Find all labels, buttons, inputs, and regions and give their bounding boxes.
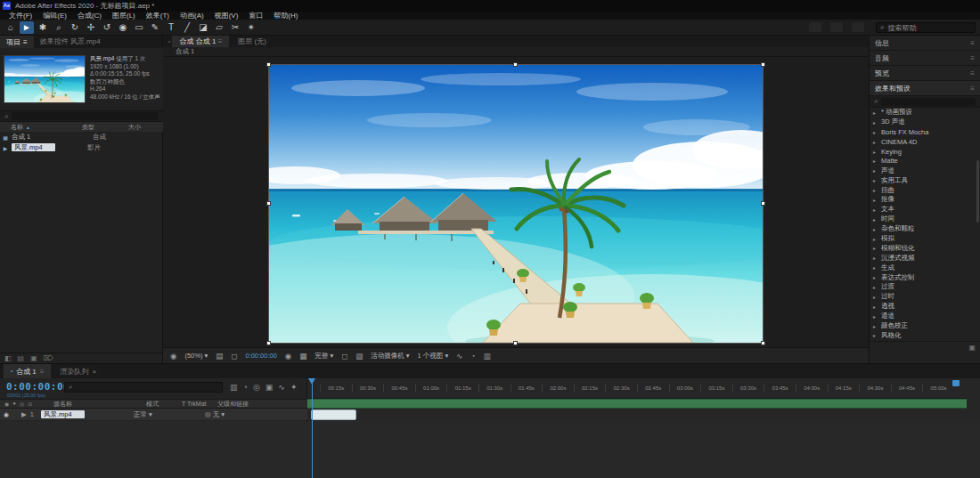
fast-preview-icon[interactable]: ◔: [470, 352, 475, 361]
expand-arrow-icon[interactable]: ▸: [873, 207, 878, 213]
effects-scrollbar[interactable]: [976, 160, 979, 223]
motion-blur-icon[interactable]: ∿: [278, 383, 285, 392]
orbit-camera-tool-icon[interactable]: ↻: [68, 21, 82, 34]
brush-tool-icon[interactable]: ╱: [180, 21, 194, 34]
toolbar-extra-icons[interactable]: [809, 22, 864, 32]
always-preview-icon[interactable]: ◉: [170, 352, 176, 361]
workspace-search[interactable]: ⌕ 搜索帮助: [876, 22, 976, 33]
selected-footage-name[interactable]: 风景.mp4: [12, 143, 55, 151]
menu-item[interactable]: 合成(C): [72, 12, 107, 20]
panel-menu-icon[interactable]: ≡: [970, 54, 975, 62]
selection-handle[interactable]: [761, 201, 765, 206]
mask-shape-tool-icon[interactable]: ▭: [132, 21, 146, 34]
effect-category[interactable]: ▸ 模糊和锐化: [870, 243, 980, 253]
playhead-line[interactable]: [312, 378, 313, 478]
panel-menu-icon[interactable]: ≡: [218, 37, 223, 45]
column-size[interactable]: 大小: [128, 123, 155, 132]
current-timecode[interactable]: 0:00:00:00: [6, 381, 69, 393]
expand-arrow-icon[interactable]: ▸: [873, 332, 878, 338]
panel-menu-icon[interactable]: ≡: [40, 368, 45, 376]
expand-arrow-icon[interactable]: ▸: [873, 167, 878, 174]
new-folder-icon[interactable]: ▤: [18, 354, 25, 362]
zoom-tool-icon[interactable]: ⌕: [52, 21, 66, 34]
panel-effects-presets[interactable]: 效果和预设≡: [870, 81, 980, 96]
effect-category[interactable]: ▸ 文本: [870, 205, 980, 215]
selection-handle[interactable]: [761, 62, 765, 67]
transparency-grid-icon[interactable]: ▨: [355, 352, 363, 361]
time-navigator-end-handle[interactable]: [952, 380, 960, 386]
panel-audio[interactable]: 音频≡: [870, 51, 980, 66]
graph-editor-icon[interactable]: ✦: [290, 383, 298, 392]
effect-category[interactable]: ▸ Matte: [870, 156, 980, 166]
shy-layers-icon[interactable]: ◎: [253, 383, 260, 392]
layer-parent-dropdown[interactable]: ◎ 无 ▾: [205, 410, 274, 419]
tab-composition[interactable]: 合成 合成 1 ≡: [172, 36, 229, 47]
footage-thumbnail[interactable]: [4, 55, 86, 103]
menu-item[interactable]: 窗口: [243, 12, 268, 20]
project-search-field[interactable]: [12, 112, 159, 120]
column-mode[interactable]: 模式: [146, 400, 182, 409]
panel-menu-icon[interactable]: ≡: [970, 69, 975, 77]
expand-arrow-icon[interactable]: ▸: [873, 216, 878, 223]
expand-arrow-icon[interactable]: ▸: [873, 313, 878, 320]
expand-arrow-icon[interactable]: ▸: [873, 264, 878, 271]
layer-mode-dropdown[interactable]: 正常 ▾: [134, 410, 171, 419]
effect-category[interactable]: ▸ Keying: [870, 147, 980, 157]
tab-comp-timeline[interactable]: ▪ 合成 1 ≡: [4, 364, 51, 378]
expand-arrow-icon[interactable]: ▸: [873, 197, 878, 203]
expand-arrow-icon[interactable]: ▸: [873, 158, 878, 164]
mini-flowchart-icon[interactable]: ▥: [230, 383, 238, 392]
selection-handle[interactable]: [761, 341, 765, 345]
timeline-track-area[interactable]: [0, 421, 980, 478]
effect-category[interactable]: ▸ CINEMA 4D: [870, 137, 980, 147]
interpret-footage-icon[interactable]: ◧: [4, 354, 12, 362]
effect-category[interactable]: ▸ 3D 声道: [870, 117, 980, 127]
show-channel-icon[interactable]: ▦: [299, 352, 306, 361]
tab-render-queue[interactable]: 渲染队列 ×: [53, 364, 103, 378]
region-of-interest-icon[interactable]: ◻: [341, 352, 347, 361]
footage-expand-icon[interactable]: ▶: [0, 145, 11, 151]
composition-image[interactable]: [269, 65, 763, 343]
menu-item[interactable]: 文件(F): [4, 12, 37, 20]
trash-icon[interactable]: ⌦: [44, 354, 53, 362]
effect-category[interactable]: ▸ 模拟: [870, 234, 980, 244]
menu-item[interactable]: 帮助(H): [268, 12, 303, 20]
layer-duration-bar[interactable]: [311, 409, 356, 420]
column-source-name[interactable]: 源名称: [41, 400, 146, 409]
effect-category[interactable]: ▸ 颜色校正: [870, 321, 980, 331]
effect-category[interactable]: ▸ 声道: [870, 166, 980, 175]
expand-arrow-icon[interactable]: ▸: [873, 323, 878, 329]
expand-arrow-icon[interactable]: ▸: [873, 109, 878, 116]
layer-expand-icon[interactable]: ▶: [21, 410, 27, 418]
close-icon[interactable]: ×: [92, 368, 96, 376]
type-tool-icon[interactable]: T: [164, 21, 178, 34]
expand-arrow-icon[interactable]: ▸: [873, 274, 878, 280]
tab-project[interactable]: 项目 ≡: [0, 36, 34, 48]
expand-arrow-icon[interactable]: ▸: [873, 226, 878, 232]
puppet-pin-tool-icon[interactable]: ✴: [244, 21, 258, 34]
effect-category[interactable]: ▸ 抠像: [870, 195, 980, 205]
column-type[interactable]: 类型: [82, 123, 128, 132]
mask-visibility-icon[interactable]: ◻: [231, 352, 237, 361]
panel-menu-icon[interactable]: ≡: [23, 38, 28, 46]
menu-item[interactable]: 图层(L): [107, 12, 141, 20]
effect-category[interactable]: ▸ 时间: [870, 215, 980, 224]
panel-info[interactable]: 信息≡: [870, 36, 980, 51]
effect-category[interactable]: ▸ 过渡: [870, 282, 980, 292]
effect-category[interactable]: ▸ 实用工具: [870, 175, 980, 185]
roto-brush-tool-icon[interactable]: ✂: [228, 21, 242, 34]
eraser-tool-icon[interactable]: ▱: [212, 21, 226, 34]
project-search[interactable]: ⌕: [0, 110, 163, 122]
pickwhip-icon[interactable]: ◎: [205, 410, 211, 418]
new-composition-icon[interactable]: ▣: [30, 354, 37, 362]
selection-handle[interactable]: [266, 341, 271, 345]
effect-category[interactable]: ▸ 风格化: [870, 330, 980, 340]
time-ruler[interactable]: 00:15s 00:30s 00:45s 01:00s 01:15s 01:30…: [307, 378, 967, 399]
selection-handle[interactable]: [513, 62, 518, 67]
hand-tool-icon[interactable]: ✱: [36, 21, 50, 34]
effect-category[interactable]: ▸ 沉浸式视频: [870, 253, 980, 263]
pan-camera-tool-icon[interactable]: ✢: [84, 21, 98, 34]
layer-visibility-icon[interactable]: ◉: [0, 411, 11, 418]
selection-handle[interactable]: [266, 62, 271, 67]
viewer-timecode[interactable]: 0:00:00:00: [245, 352, 276, 360]
